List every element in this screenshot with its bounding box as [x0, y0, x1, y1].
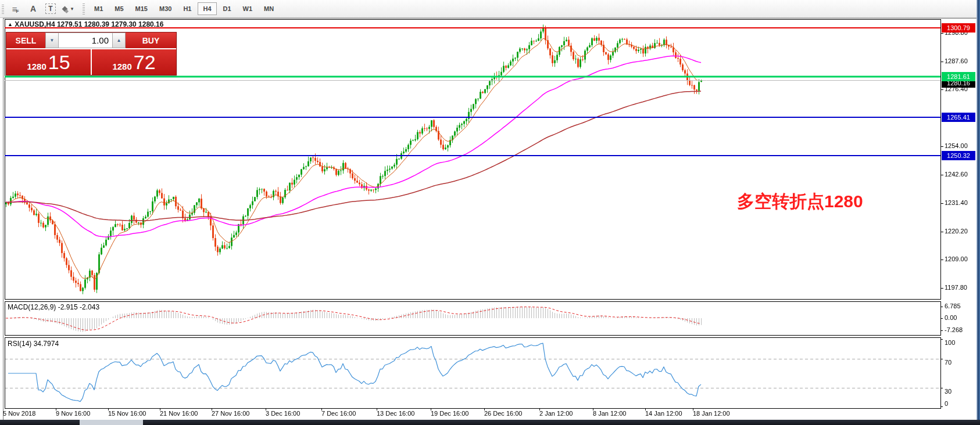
taskbar-segment: [143, 420, 980, 425]
timeframe-button-M5[interactable]: M5: [109, 2, 128, 15]
scale-label: 0.00: [945, 314, 957, 321]
volume-input[interactable]: [59, 33, 112, 48]
volume-increase-button[interactable]: ▲: [112, 33, 126, 48]
date-axis-label: 5 Nov 2018: [3, 410, 35, 417]
date-axis-label: 21 Nov 16:00: [160, 410, 198, 417]
desktop-edge: [977, 0, 980, 425]
indicator-lines-f-icon[interactable]: ≡F: [8, 2, 23, 16]
date-axis-label: 18 Jan 12:00: [693, 410, 730, 417]
timeframe-button-MN[interactable]: MN: [259, 2, 279, 15]
taskbar-segment: [0, 420, 80, 425]
shapes-icon[interactable]: ▾: [60, 2, 76, 16]
a-glyph: A: [30, 4, 36, 13]
timeframe-button-H1[interactable]: H1: [178, 2, 196, 15]
price-line-badge[interactable]: 1250.32: [942, 151, 975, 160]
font-a-icon[interactable]: A: [26, 2, 41, 16]
date-axis-label: 7 Dec 16:00: [321, 410, 356, 417]
scale-label: 1209.00: [945, 255, 968, 262]
timeframe-button-H4[interactable]: H4: [198, 2, 216, 15]
date-axis-label: 2 Jan 12:00: [539, 410, 573, 417]
buy-price-pips: 72: [134, 51, 156, 74]
scale-label: 30: [945, 388, 952, 395]
one-click-trading-panel: SELL ▼ ▲ BUY 1280 15 1280 72: [6, 32, 177, 75]
volume-decrease-button[interactable]: ▼: [45, 33, 59, 48]
timeframe-button-M1[interactable]: M1: [89, 2, 108, 15]
chart-title: ▲ XAUUSD,H4 1279.51 1280.39 1279.30 1280…: [8, 20, 163, 28]
buy-price-bigfigure: 1280: [112, 62, 131, 71]
toolbar-grip[interactable]: [2, 3, 4, 14]
sell-price-button[interactable]: 1280 15: [6, 49, 91, 75]
symbol-marker-icon: ▲: [8, 21, 13, 27]
scale-label: 1242.60: [945, 171, 968, 178]
chart-annotation-text: 多空转折点1280: [737, 190, 863, 214]
date-axis-label: 27 Nov 16:00: [212, 410, 249, 417]
scale-label: 1220.20: [945, 228, 968, 235]
text-label-icon[interactable]: T: [43, 2, 58, 16]
f-subscript: F: [16, 9, 19, 14]
toolbar: ≡F A T ▾ M1M5M15M30H1H4D1W1MN: [0, 0, 980, 18]
trading-terminal: { "toolbar": { "tools": [ {"glyph": "≡",…: [0, 0, 980, 425]
scale-label: 100: [945, 339, 955, 346]
scale-label: 1254.00: [945, 142, 968, 149]
scale-label: 1197.80: [945, 284, 967, 291]
date-axis-label: 9 Nov 16:00: [56, 410, 90, 417]
rsi-indicator-label: RSI(14) 34.7974: [8, 340, 59, 348]
date-axis-label: 15 Nov 16:00: [108, 410, 146, 417]
taskbar-window-button: [80, 420, 143, 425]
date-axis-label: 26 Dec 16:00: [484, 410, 522, 417]
sell-price-bigfigure: 1280: [27, 62, 46, 71]
scale-label: 1287.60: [945, 57, 968, 64]
timeframe-button-M15[interactable]: M15: [130, 2, 153, 15]
chart-title-text: XAUUSD,H4 1279.51 1280.39 1279.30 1280.1…: [15, 20, 163, 28]
t-glyph: T: [45, 3, 55, 14]
date-axis-label: 14 Jan 12:00: [645, 410, 682, 417]
toolbar-separator-grip[interactable]: [83, 3, 85, 15]
timeframe-bar: M1M5M15M30H1H4D1W1MN: [88, 2, 280, 15]
timeframe-button-D1[interactable]: D1: [218, 2, 237, 15]
scale-label: -7.268: [945, 326, 963, 333]
sell-button[interactable]: SELL: [6, 33, 45, 48]
date-axis-label: 13 Dec 16:00: [377, 410, 414, 417]
sell-price-pips: 15: [48, 51, 70, 74]
scale-label: 0: [945, 400, 948, 407]
date-axis-label: 19 Dec 16:00: [431, 410, 468, 417]
date-axis-label: 3 Dec 16:00: [266, 410, 300, 417]
dropdown-caret-icon: ▾: [71, 6, 74, 12]
macd-indicator-label: MACD(12,26,9) -2.915 -2.043: [8, 303, 99, 311]
price-line-badge[interactable]: 1281.61: [942, 72, 975, 81]
price-line-badge[interactable]: 1300.79: [942, 23, 975, 33]
scale-label: 6.785: [945, 302, 961, 309]
date-axis-label: 8 Jan 12:00: [593, 410, 627, 417]
buy-price-button[interactable]: 1280 72: [91, 49, 176, 75]
timeframe-button-M30[interactable]: M30: [154, 2, 177, 15]
scale-label: 1231.40: [945, 199, 968, 206]
price-line-badge[interactable]: 1265.41: [942, 113, 975, 122]
buy-button[interactable]: BUY: [126, 33, 176, 48]
timeframe-button-W1[interactable]: W1: [238, 2, 258, 15]
scale-label: 70: [945, 359, 952, 366]
